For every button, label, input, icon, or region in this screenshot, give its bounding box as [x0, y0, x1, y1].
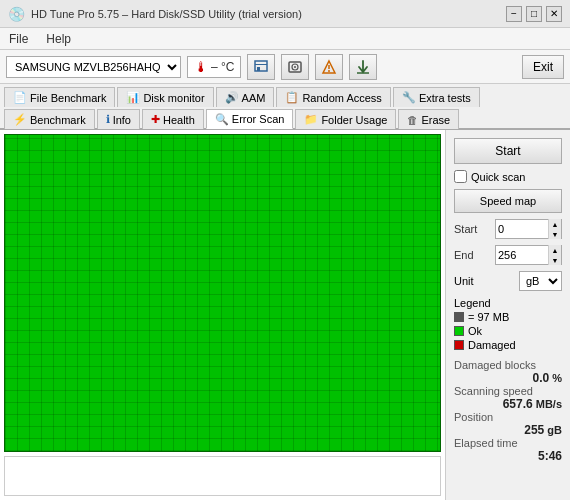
thermometer-icon: 🌡 — [194, 59, 208, 75]
menu-bar: File Help — [0, 28, 570, 50]
main-content: Start Quick scan Speed map Start ▲ ▼ End — [0, 130, 570, 500]
legend-row-block: = 97 MB — [454, 311, 562, 323]
position-unit: gB — [547, 424, 562, 436]
start-param-row: Start ▲ ▼ — [454, 219, 562, 239]
legend-color-damaged — [454, 340, 464, 350]
temperature-display: 🌡 – °C — [187, 56, 241, 78]
benchmark-icon: ⚡ — [13, 113, 27, 126]
window-title: HD Tune Pro 5.75 – Hard Disk/SSD Utility… — [31, 8, 302, 20]
folder-usage-icon: 📁 — [304, 113, 318, 126]
maximize-button[interactable]: □ — [526, 6, 542, 22]
start-param-label: Start — [454, 223, 477, 235]
svg-point-5 — [294, 66, 296, 68]
scan-info-bar — [4, 456, 441, 496]
health-icon: ✚ — [151, 113, 160, 126]
title-controls: − □ ✕ — [506, 6, 562, 22]
svg-rect-1 — [255, 64, 267, 65]
damaged-blocks-value: 0.0 — [532, 371, 549, 385]
legend-color-block — [454, 312, 464, 322]
legend-section: Legend = 97 MB Ok Damaged — [454, 297, 562, 353]
tab-benchmark[interactable]: ⚡ Benchmark — [4, 109, 95, 129]
legend-damaged-label: Damaged — [468, 339, 516, 351]
elapsed-time-label: Elapsed time — [454, 437, 562, 449]
toolbar-btn-3[interactable] — [315, 54, 343, 80]
tab-bar: 📄 File Benchmark 📊 Disk monitor 🔊 AAM 📋 … — [0, 84, 570, 130]
tab-file-benchmark[interactable]: 📄 File Benchmark — [4, 87, 115, 107]
quick-scan-label: Quick scan — [471, 171, 525, 183]
svg-rect-0 — [255, 61, 267, 71]
start-param-down[interactable]: ▼ — [549, 229, 561, 239]
tab-erase[interactable]: 🗑 Erase — [398, 109, 459, 129]
scan-grid — [4, 134, 441, 452]
end-param-down[interactable]: ▼ — [549, 255, 561, 265]
quick-scan-row: Quick scan — [454, 170, 562, 183]
toolbar-btn-4[interactable] — [349, 54, 377, 80]
quick-scan-checkbox[interactable] — [454, 170, 467, 183]
toolbar: SAMSUNG MZVLB256HAHQ-000H1 (256 ▼ 🌡 – °C… — [0, 50, 570, 84]
exit-button[interactable]: Exit — [522, 55, 564, 79]
legend-ok-label: Ok — [468, 325, 482, 337]
erase-icon: 🗑 — [407, 114, 418, 126]
legend-row-ok: Ok — [454, 325, 562, 337]
legend-title: Legend — [454, 297, 562, 309]
chart-area — [0, 130, 445, 500]
tab-folder-usage[interactable]: 📁 Folder Usage — [295, 109, 396, 129]
position-value: 255 — [524, 423, 544, 437]
end-param-row: End ▲ ▼ — [454, 245, 562, 265]
toolbar-btn-1[interactable] — [247, 54, 275, 80]
tab-row-1: 📄 File Benchmark 📊 Disk monitor 🔊 AAM 📋 … — [4, 86, 566, 108]
tab-disk-monitor[interactable]: 📊 Disk monitor — [117, 87, 213, 107]
tab-row-2: ⚡ Benchmark ℹ Info ✚ Health 🔍 Error Scan… — [4, 108, 566, 130]
svg-point-8 — [328, 70, 330, 72]
end-param-spinner: ▲ ▼ — [548, 245, 561, 265]
right-panel: Start Quick scan Speed map Start ▲ ▼ End — [445, 130, 570, 500]
svg-rect-2 — [257, 67, 260, 71]
damaged-blocks-unit: % — [552, 372, 562, 384]
toolbar-btn-2[interactable] — [281, 54, 309, 80]
tab-health[interactable]: ✚ Health — [142, 109, 204, 129]
position-label: Position — [454, 411, 562, 423]
tab-extra-tests[interactable]: 🔧 Extra tests — [393, 87, 480, 107]
tab-random-access[interactable]: 📋 Random Access — [276, 87, 390, 107]
legend-color-ok — [454, 326, 464, 336]
info-icon: ℹ — [106, 113, 110, 126]
elapsed-time-value: 5:46 — [538, 449, 562, 463]
legend-block-label: = 97 MB — [468, 311, 509, 323]
stats-section: Damaged blocks 0.0 % Scanning speed 657.… — [454, 359, 562, 463]
temperature-value: – °C — [211, 60, 234, 74]
unit-row: Unit gBMBkB — [454, 271, 562, 291]
end-param-input[interactable] — [496, 246, 548, 264]
unit-label: Unit — [454, 275, 474, 287]
title-bar: 💿 HD Tune Pro 5.75 – Hard Disk/SSD Utili… — [0, 0, 570, 28]
scan-speed-unit: MB/s — [536, 398, 562, 410]
start-param-up[interactable]: ▲ — [549, 219, 561, 229]
error-scan-icon: 🔍 — [215, 113, 229, 126]
start-param-input-wrap: ▲ ▼ — [495, 219, 562, 239]
end-param-input-wrap: ▲ ▼ — [495, 245, 562, 265]
tab-aam[interactable]: 🔊 AAM — [216, 87, 275, 107]
disk-monitor-icon: 📊 — [126, 91, 140, 104]
app-icon: 💿 — [8, 6, 25, 22]
scan-speed-value: 657.6 — [503, 397, 533, 411]
close-button[interactable]: ✕ — [546, 6, 562, 22]
start-param-spinner: ▲ ▼ — [548, 219, 561, 239]
end-param-label: End — [454, 249, 474, 261]
start-param-input[interactable] — [496, 220, 548, 238]
minimize-button[interactable]: − — [506, 6, 522, 22]
menu-file[interactable]: File — [6, 31, 31, 47]
end-param-up[interactable]: ▲ — [549, 245, 561, 255]
tab-info[interactable]: ℹ Info — [97, 109, 140, 129]
speed-map-button[interactable]: Speed map — [454, 189, 562, 213]
grid-overlay — [5, 135, 440, 451]
drive-selector[interactable]: SAMSUNG MZVLB256HAHQ-000H1 (256 ▼ — [6, 56, 181, 78]
file-benchmark-icon: 📄 — [13, 91, 27, 104]
extra-tests-icon: 🔧 — [402, 91, 416, 104]
scan-speed-label: Scanning speed — [454, 385, 562, 397]
unit-select[interactable]: gBMBkB — [519, 271, 562, 291]
random-access-icon: 📋 — [285, 91, 299, 104]
tab-error-scan[interactable]: 🔍 Error Scan — [206, 109, 294, 129]
menu-help[interactable]: Help — [43, 31, 74, 47]
start-button[interactable]: Start — [454, 138, 562, 164]
damaged-blocks-label: Damaged blocks — [454, 359, 562, 371]
legend-row-damaged: Damaged — [454, 339, 562, 351]
